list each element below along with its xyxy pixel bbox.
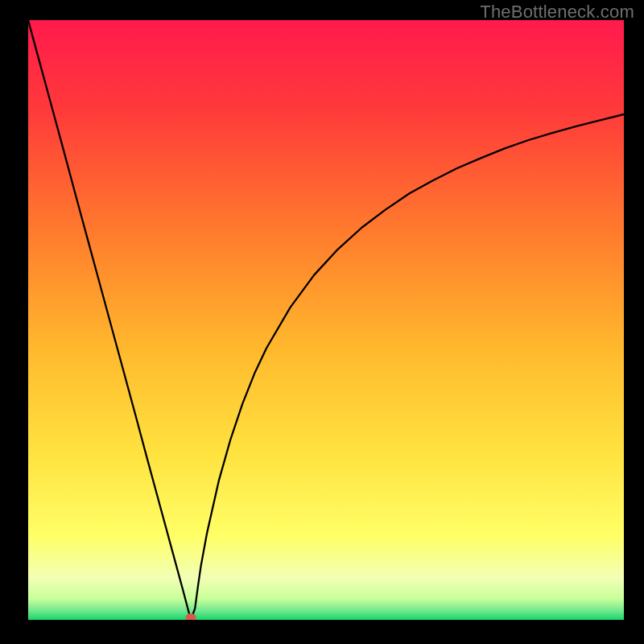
plot-svg [28, 20, 624, 620]
plot-area [28, 20, 624, 620]
gradient-background [28, 20, 624, 620]
chart-frame: TheBottleneck.com [0, 0, 644, 644]
watermark-text: TheBottleneck.com [480, 2, 634, 23]
